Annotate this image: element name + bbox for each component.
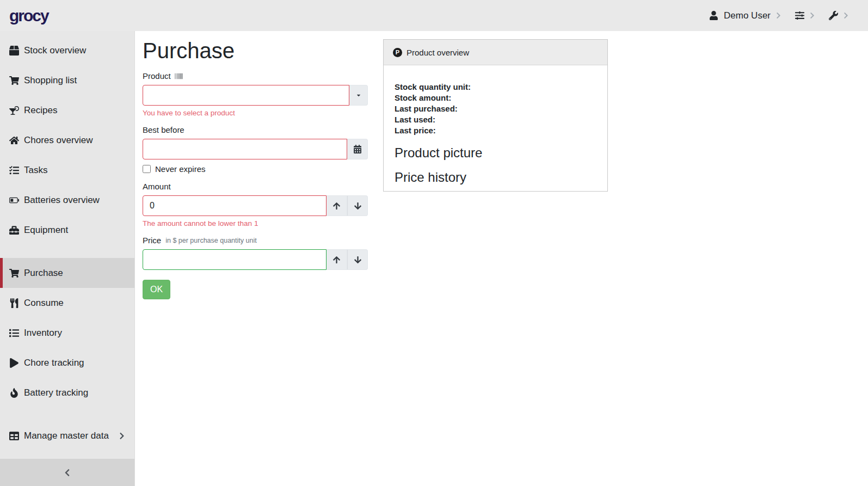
never-expires-checkbox[interactable] xyxy=(143,165,151,173)
sidebar-item-label: Recipes xyxy=(24,105,57,116)
amount-label: Amount xyxy=(143,182,171,191)
box-icon xyxy=(9,46,19,56)
sidebar-item-purchase[interactable]: Purchase xyxy=(0,258,134,288)
sidebar-item-stock-overview[interactable]: Stock overview xyxy=(0,35,134,65)
best-before-input[interactable] xyxy=(143,139,347,159)
grocy-logo[interactable]: grocy xyxy=(9,7,48,25)
calendar-button[interactable] xyxy=(347,139,368,159)
sidebar-item-inventory[interactable]: Inventory xyxy=(0,318,134,348)
battery-icon xyxy=(9,195,19,205)
product-picture-heading: Product picture xyxy=(395,145,596,161)
sidebar-collapse-button[interactable] xyxy=(0,459,134,486)
sidebar-item-batteries-overview[interactable]: Batteries overview xyxy=(0,185,134,215)
tasks-icon xyxy=(9,165,19,175)
main-content: Purchase Product You have to select a pr… xyxy=(135,31,868,486)
sidebar-group-divider xyxy=(0,245,134,258)
grocy-app: grocy Demo User Stock overview xyxy=(0,0,868,486)
product-field-group: Product You have to select a product xyxy=(143,71,368,117)
arrow-up-icon xyxy=(333,202,341,210)
sidebar-item-manage-master-data[interactable]: Manage master data xyxy=(0,421,134,451)
calendar-icon xyxy=(353,145,362,153)
page-title: Purchase xyxy=(143,39,368,63)
settings-menu[interactable] xyxy=(795,11,815,20)
amount-increment-button[interactable] xyxy=(327,195,347,216)
utensils-icon xyxy=(9,298,19,308)
user-name: Demo User xyxy=(724,10,771,21)
sidebar-item-label: Inventory xyxy=(24,328,62,339)
list-icon xyxy=(9,328,19,338)
home-icon xyxy=(9,136,19,145)
sidebar: Stock overview Shopping list Recipes Cho… xyxy=(0,31,135,486)
arrow-down-icon xyxy=(354,202,362,210)
chevron-left-icon xyxy=(64,469,70,477)
best-before-label: Best before xyxy=(143,125,184,134)
toolbox-icon xyxy=(9,225,19,235)
price-decrement-button[interactable] xyxy=(347,249,368,270)
sidebar-item-recipes[interactable]: Recipes xyxy=(0,95,134,125)
sidebar-item-label: Shopping list xyxy=(24,75,77,86)
sidebar-item-chores-overview[interactable]: Chores overview xyxy=(0,125,134,155)
amount-input[interactable] xyxy=(143,195,327,216)
play-icon xyxy=(9,358,19,368)
last-purchased-label: Last purchased: xyxy=(395,103,596,114)
sidebar-item-label: Chore tracking xyxy=(24,358,84,368)
sidebar-item-chore-tracking[interactable]: Chore tracking xyxy=(0,348,134,378)
product-badge-icon: P xyxy=(393,48,402,57)
never-expires-label: Never expires xyxy=(155,164,206,174)
sidebar-item-battery-tracking[interactable]: Battery tracking xyxy=(0,378,134,408)
stock-amount-label: Stock amount: xyxy=(395,93,596,103)
sidebar-item-tasks[interactable]: Tasks xyxy=(0,155,134,185)
last-price-label: Last price: xyxy=(395,125,596,136)
product-overview-panel: P Product overview Stock quantity unit: … xyxy=(383,39,608,192)
sidebar-item-consume[interactable]: Consume xyxy=(0,288,134,318)
navbar-actions: Demo User xyxy=(709,10,848,21)
arrow-down-icon xyxy=(354,256,362,264)
amount-error-message: The amount cannot be lower than 1 xyxy=(143,219,368,227)
amount-decrement-button[interactable] xyxy=(347,195,368,216)
sliders-icon xyxy=(795,11,804,20)
product-label: Product xyxy=(143,71,171,81)
product-error-message: You have to select a product xyxy=(143,109,368,117)
sidebar-item-label: Manage master data xyxy=(24,430,109,441)
sidebar-item-label: Equipment xyxy=(24,225,68,236)
price-input[interactable] xyxy=(143,249,327,270)
product-overview-title: Product overview xyxy=(407,48,469,57)
arrow-up-icon xyxy=(333,256,341,264)
product-input[interactable] xyxy=(143,85,349,106)
sidebar-item-label: Tasks xyxy=(24,165,47,176)
price-increment-button[interactable] xyxy=(327,249,347,270)
price-field-group: Price in $ per purchase quantity unit xyxy=(143,236,368,270)
fire-icon xyxy=(9,388,19,398)
barcode-icon[interactable] xyxy=(175,72,183,80)
best-before-field-group: Best before Never expires xyxy=(143,125,368,174)
purchase-form: Purchase Product You have to select a pr… xyxy=(143,36,368,299)
admin-menu[interactable] xyxy=(829,11,848,20)
chevron-right-icon xyxy=(810,12,815,19)
cocktail-icon xyxy=(9,106,19,115)
wrench-icon xyxy=(829,11,838,20)
product-dropdown-button[interactable] xyxy=(349,85,368,106)
sidebar-item-label: Battery tracking xyxy=(24,387,88,398)
shopping-cart-icon xyxy=(9,268,19,278)
product-overview-header: P Product overview xyxy=(384,40,607,65)
user-icon xyxy=(709,11,718,20)
amount-field-group: Amount The amount cannot be lower than 1 xyxy=(143,182,368,227)
sidebar-item-equipment[interactable]: Equipment xyxy=(0,215,134,245)
chevron-right-icon xyxy=(776,12,781,19)
ok-button[interactable]: OK xyxy=(143,280,170,299)
top-navbar: grocy Demo User xyxy=(0,0,868,31)
last-used-label: Last used: xyxy=(395,114,596,125)
chevron-right-icon xyxy=(119,432,125,440)
sidebar-item-label: Purchase xyxy=(24,268,63,279)
product-overview-body: Stock quantity unit: Stock amount: Last … xyxy=(384,65,607,185)
caret-down-icon xyxy=(356,93,361,98)
price-hint: in $ per purchase quantity unit xyxy=(165,237,256,245)
table-icon xyxy=(9,431,19,441)
sidebar-item-label: Stock overview xyxy=(24,45,86,56)
price-label: Price xyxy=(143,236,161,245)
sidebar-item-shopping-list[interactable]: Shopping list xyxy=(0,65,134,95)
price-history-heading: Price history xyxy=(395,170,596,185)
sidebar-item-label: Consume xyxy=(24,298,64,309)
user-menu[interactable]: Demo User xyxy=(709,10,781,21)
shopping-cart-icon xyxy=(9,76,19,85)
